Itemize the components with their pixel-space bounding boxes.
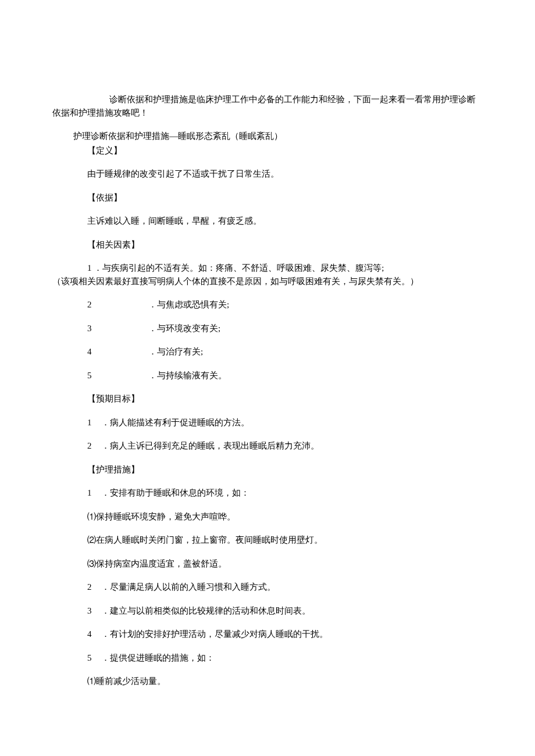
goal-2: 2 ．病人主诉已得到充足的睡眠，表现出睡眠后精力充沛。 (52, 439, 483, 453)
measure-1: 1 ．安排有助于睡眠和休息的环境，如： (52, 486, 483, 500)
factor-4: 4 ．与治疗有关; (52, 345, 483, 359)
section-basis-heading: 【依据】 (52, 191, 483, 205)
basis-body: 主诉难以入睡，间断睡眠，早醒，有疲乏感。 (52, 214, 483, 228)
measure-4-text: ．有计划的安排好护理活动，尽量减少对病人睡眠的干扰。 (101, 628, 328, 641)
measure-4-num: 4 (87, 628, 101, 641)
intro-paragraph: 诊断依据和护理措施是临床护理工作中必备的工作能力和经验，下面一起来看一看常用护理… (52, 93, 483, 119)
factor-4-text: ．与治疗有关; (148, 345, 203, 359)
factor-2-text: ．与焦虑或恐惧有关; (148, 298, 229, 311)
measure-5-text: ．提供促进睡眠的措施，如： (101, 651, 215, 665)
measure-5: 5 ．提供促进睡眠的措施，如： (52, 651, 483, 665)
measure-1-sub3: ⑶保持病室内温度适宜，盖被舒适。 (52, 557, 483, 571)
factor-3-num: 3 (87, 322, 148, 335)
measure-2: 2 ．尽量满足病人以前的入睡习惯和入睡方式。 (52, 581, 483, 594)
doc-title: 护理诊断依据和护理措施—睡眠形态紊乱（睡眠紊乱） (52, 130, 483, 143)
factor-5-num: 5 (87, 369, 148, 382)
measure-5-num: 5 (87, 651, 101, 665)
goal-1-text: ．病人能描述有利于促进睡眠的方法。 (101, 416, 249, 429)
measure-2-num: 2 (87, 581, 101, 594)
goal-2-num: 2 (87, 439, 101, 453)
factor-1-line1: 1 ．与疾病引起的不适有关。如：疼痛、不舒适、呼吸困难、尿失禁、腹泻等; (52, 261, 483, 275)
measure-3-text: ．建立与以前相类似的比较规律的活动和休息时间表。 (101, 604, 311, 618)
factor-3: 3 ．与环境改变有关; (52, 322, 483, 335)
measure-5-sub1: ⑴睡前减少活动量。 (52, 675, 483, 688)
measure-1-sub1: ⑴保持睡眠环境安静，避免大声喧哗。 (52, 510, 483, 524)
factor-5-text: ．与持续输液有关。 (148, 369, 227, 382)
measure-1-num: 1 (87, 486, 101, 500)
measure-1-text: ．安排有助于睡眠和休息的环境，如： (101, 486, 249, 500)
measure-4: 4 ．有计划的安排好护理活动，尽量减少对病人睡眠的干扰。 (52, 628, 483, 641)
goal-2-text: ．病人主诉已得到充足的睡眠，表现出睡眠后精力充沛。 (101, 439, 319, 453)
measure-2-text: ．尽量满足病人以前的入睡习惯和入睡方式。 (101, 581, 276, 594)
factor-4-num: 4 (87, 345, 148, 359)
goal-1: 1 ．病人能描述有利于促进睡眠的方法。 (52, 416, 483, 429)
section-goal-heading: 【预期目标】 (52, 392, 483, 406)
measure-1-sub2: ⑵在病人睡眠时关闭门窗，拉上窗帘。夜间睡眠时使用壁灯。 (52, 533, 483, 547)
factor-5: 5 ．与持续输液有关。 (52, 369, 483, 382)
definition-body: 由于睡规律的改变引起了不适或干扰了日常生活。 (52, 167, 483, 181)
goal-1-num: 1 (87, 416, 101, 429)
factor-2-num: 2 (87, 298, 148, 311)
measure-3-num: 3 (87, 604, 101, 618)
factor-3-text: ．与环境改变有关; (148, 322, 220, 335)
section-factors-heading: 【相关因素】 (52, 238, 483, 252)
intro-text: 诊断依据和护理措施是临床护理工作中必备的工作能力和经验，下面一起来看一看常用护理… (52, 95, 476, 117)
factor-1-line2: （该项相关因素最好直接写明病人个体的直接不是原因，如与呼吸困难有关，与尿失禁有关… (52, 275, 483, 288)
section-measure-heading: 【护理措施】 (52, 463, 483, 476)
factor-2: 2 ．与焦虑或恐惧有关; (52, 298, 483, 311)
measure-3: 3 ．建立与以前相类似的比较规律的活动和休息时间表。 (52, 604, 483, 618)
section-definition-heading: 【定义】 (52, 144, 483, 157)
